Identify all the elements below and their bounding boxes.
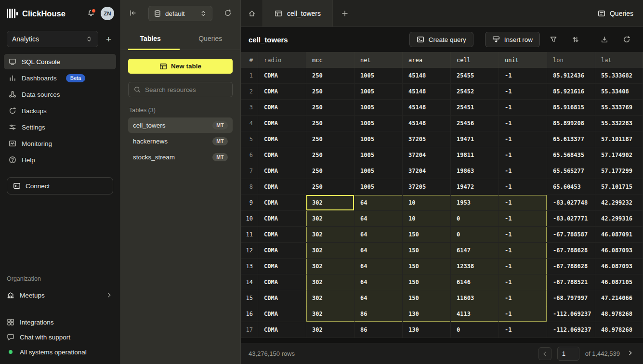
grid-cell[interactable]: 48.978268 <box>595 322 643 338</box>
grid-cell[interactable]: 150 <box>403 227 451 242</box>
grid-cell[interactable]: 250 <box>306 68 354 83</box>
grid-cell[interactable]: -67.788587 <box>547 227 595 242</box>
grid-cell[interactable]: 302 <box>306 211 354 226</box>
grid-cell[interactable]: 64 <box>354 290 403 306</box>
grid-cell[interactable]: 37205 <box>403 131 451 147</box>
grid-cell[interactable]: CDMA <box>258 243 306 258</box>
grid-cell[interactable]: 1005 <box>354 100 403 115</box>
column-header-row-number[interactable]: # <box>241 52 258 68</box>
grid-cell[interactable]: -1 <box>499 100 547 115</box>
search-input[interactable] <box>145 86 230 93</box>
grid-cell[interactable]: 19863 <box>451 163 499 179</box>
grid-cell[interactable]: 19471 <box>451 131 499 147</box>
row-number[interactable]: 11 <box>241 227 258 242</box>
grid-cell[interactable]: 250 <box>306 163 354 179</box>
sidebar-footer-item-chat-with-support[interactable]: Chat with support <box>7 331 113 343</box>
grid-cell[interactable]: 65.60453 <box>547 179 595 195</box>
grid-cell[interactable]: 19472 <box>451 179 499 195</box>
grid-cell[interactable]: 65.613377 <box>547 131 595 147</box>
grid-cell[interactable]: 57.101715 <box>595 179 643 195</box>
sidebar-item-meetups[interactable]: Meetups <box>7 287 113 303</box>
row-number[interactable]: 5 <box>241 131 258 147</box>
database-select[interactable]: default <box>148 6 212 21</box>
grid-cell[interactable]: 64 <box>354 195 403 210</box>
next-page-button[interactable] <box>626 348 635 359</box>
grid-cell[interactable]: -67.788628 <box>547 243 595 258</box>
row-number[interactable]: 3 <box>241 100 258 115</box>
grid-cell[interactable]: 42.299316 <box>595 211 643 226</box>
filter-button[interactable] <box>545 32 562 47</box>
grid-cell[interactable]: -112.069237 <box>547 322 595 338</box>
grid-cell[interactable]: 64 <box>354 211 403 226</box>
grid-cell[interactable]: 45148 <box>403 116 451 131</box>
row-number[interactable]: 6 <box>241 147 258 163</box>
grid-cell[interactable]: -1 <box>499 290 547 306</box>
column-header-unit[interactable]: unit <box>499 52 547 68</box>
grid-cell[interactable]: 57.177299 <box>595 163 643 179</box>
grid-cell[interactable]: 48.978268 <box>595 306 643 322</box>
row-number[interactable]: 7 <box>241 163 258 179</box>
grid-cell[interactable]: CDMA <box>258 68 306 83</box>
insert-row-button[interactable]: Insert row <box>485 32 540 47</box>
grid-cell[interactable]: 250 <box>306 147 354 163</box>
grid-cell[interactable]: -1 <box>499 306 547 322</box>
home-tab[interactable] <box>241 0 263 26</box>
grid-cell[interactable]: -1 <box>499 163 547 179</box>
grid-cell[interactable]: -1 <box>499 243 547 258</box>
grid-cell[interactable]: 150 <box>403 259 451 274</box>
grid-cell[interactable]: 4113 <box>451 306 499 322</box>
grid-cell[interactable]: 46.087093 <box>595 243 643 258</box>
grid-cell[interactable]: 0 <box>451 322 499 338</box>
table-list-item-cell-towers[interactable]: cell_towersMT <box>128 117 233 133</box>
grid-cell[interactable]: 45148 <box>403 84 451 99</box>
grid-cell[interactable]: 46.087091 <box>595 227 643 242</box>
sidebar-item-backups[interactable]: Backups <box>4 103 116 118</box>
grid-cell[interactable]: 302 <box>306 227 354 242</box>
tab-queries[interactable]: Queries <box>181 27 241 50</box>
grid-cell[interactable]: 150 <box>403 243 451 258</box>
grid-cell[interactable]: 64 <box>354 227 403 242</box>
row-number[interactable]: 16 <box>241 306 258 322</box>
row-number[interactable]: 2 <box>241 84 258 99</box>
new-table-button[interactable]: New table <box>128 59 233 74</box>
grid-cell[interactable]: 57.174902 <box>595 147 643 163</box>
grid-cell[interactable]: 130 <box>403 322 451 338</box>
grid-cell[interactable]: 47.214066 <box>595 290 643 306</box>
grid-cell[interactable]: 1005 <box>354 131 403 147</box>
page-input[interactable] <box>557 347 579 361</box>
grid-cell[interactable]: -1 <box>499 274 547 290</box>
column-header-cell[interactable]: cell <box>451 52 499 68</box>
column-header-mcc[interactable]: mcc <box>306 52 354 68</box>
grid-cell[interactable]: CDMA <box>258 116 306 131</box>
grid-cell[interactable]: -1 <box>499 211 547 226</box>
grid-cell[interactable]: 37205 <box>403 179 451 195</box>
sidebar-item-sql-console[interactable]: SQL Console <box>4 54 116 69</box>
sidebar-footer-item-all-systems-operational[interactable]: All systems operational <box>7 346 113 358</box>
grid-cell[interactable]: -112.069237 <box>547 306 595 322</box>
collapse-panel-button[interactable] <box>127 7 139 20</box>
grid-cell[interactable]: CDMA <box>258 163 306 179</box>
grid-cell[interactable]: -1 <box>499 84 547 99</box>
grid-cell[interactable]: 37204 <box>403 163 451 179</box>
grid-cell[interactable]: 1005 <box>354 116 403 131</box>
create-query-button[interactable]: Create query <box>409 32 473 47</box>
column-header-area[interactable]: area <box>403 52 451 68</box>
grid-cell[interactable]: 150 <box>403 290 451 306</box>
grid-cell[interactable]: 1005 <box>354 163 403 179</box>
row-number[interactable]: 12 <box>241 243 258 258</box>
grid-cell[interactable]: 46.087105 <box>595 274 643 290</box>
column-header-radio[interactable]: radio <box>258 52 306 68</box>
row-number[interactable]: 8 <box>241 179 258 195</box>
grid-cell[interactable]: -67.788521 <box>547 274 595 290</box>
grid-cell[interactable]: 302 <box>306 195 354 210</box>
grid-cell[interactable]: 302 <box>306 259 354 274</box>
grid-cell[interactable]: 302 <box>306 243 354 258</box>
avatar[interactable]: ZN <box>101 7 114 20</box>
grid-cell[interactable]: CDMA <box>258 274 306 290</box>
grid-cell[interactable]: -1 <box>499 147 547 163</box>
sidebar-item-help[interactable]: Help <box>4 152 116 168</box>
grid-cell[interactable]: 25455 <box>451 68 499 83</box>
grid-cell[interactable]: 45148 <box>403 68 451 83</box>
grid-cell[interactable]: CDMA <box>258 211 306 226</box>
grid-cell[interactable]: 85.921616 <box>547 84 595 99</box>
